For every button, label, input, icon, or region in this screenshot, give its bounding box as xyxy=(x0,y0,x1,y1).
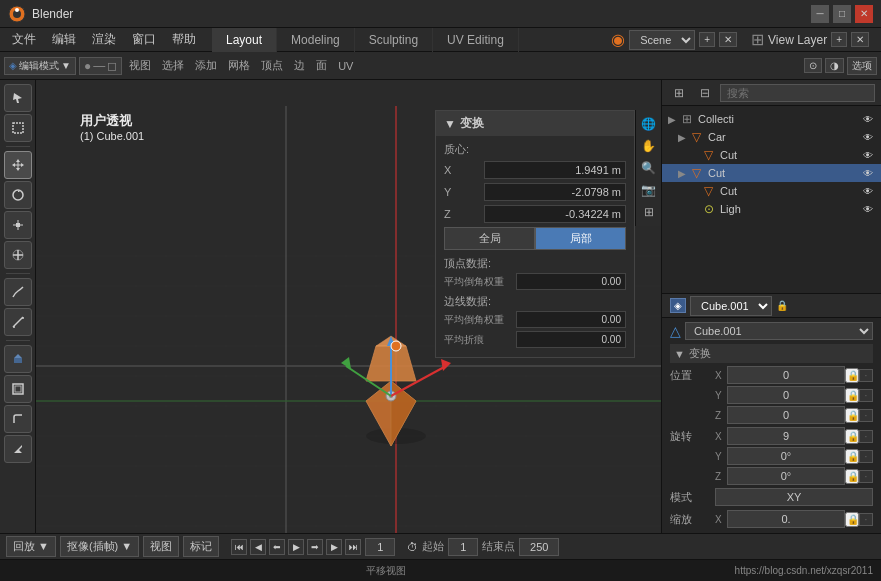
light-vis-eye[interactable]: 👁 xyxy=(861,202,875,216)
box-select-btn[interactable] xyxy=(4,114,32,142)
scale-x-dot[interactable]: · xyxy=(859,513,873,526)
z-value[interactable]: -0.34224 m xyxy=(484,205,626,223)
camera-view-btn[interactable]: 📷 xyxy=(639,180,659,200)
close-button[interactable]: ✕ xyxy=(855,5,873,23)
scene-add-btn[interactable]: + xyxy=(699,32,715,47)
prop-lock-btn[interactable]: 🔒 xyxy=(776,300,788,311)
play-pause-btn[interactable]: ▶ xyxy=(288,539,304,555)
rotate-tool-btn[interactable] xyxy=(4,181,32,209)
view-menu-btn[interactable]: 视图 xyxy=(125,56,155,75)
window-controls[interactable]: ─ □ ✕ xyxy=(811,5,873,23)
add-menu-btn[interactable]: 添加 xyxy=(191,56,221,75)
rot-y-lock[interactable]: 🔒 xyxy=(845,449,859,464)
cut3-vis-eye[interactable]: 👁 xyxy=(861,184,875,198)
mesh-menu-btn[interactable]: 网格 xyxy=(224,56,254,75)
pos-x-field[interactable] xyxy=(727,366,845,384)
minimize-button[interactable]: ─ xyxy=(811,5,829,23)
menu-render[interactable]: 渲染 xyxy=(84,29,124,50)
bevel-btn[interactable] xyxy=(4,405,32,433)
marker-btn[interactable]: 标记 xyxy=(183,536,219,557)
edge-menu-btn[interactable]: 边 xyxy=(290,56,309,75)
select-tool-btn[interactable] xyxy=(4,84,32,112)
pos-z-dot[interactable]: · xyxy=(859,409,873,422)
pan-btn[interactable]: ✋ xyxy=(639,136,659,156)
uv-menu-btn[interactable]: UV xyxy=(334,58,357,74)
y-value[interactable]: -2.0798 m xyxy=(484,183,626,201)
menu-help[interactable]: 帮助 xyxy=(164,29,204,50)
list-item[interactable]: ▶ ⊙ Ligh 👁 xyxy=(662,200,881,218)
inset-btn[interactable] xyxy=(4,375,32,403)
pos-x-lock[interactable]: 🔒 xyxy=(845,368,859,383)
list-item[interactable]: ▶ ⊞ Collecti 👁 xyxy=(662,110,881,128)
measure-btn[interactable] xyxy=(4,308,32,336)
view-layer-add-btn[interactable]: + xyxy=(831,32,847,47)
playback-btn[interactable]: 回放 ▼ xyxy=(6,536,56,557)
menu-file[interactable]: 文件 xyxy=(4,29,44,50)
rot-z-dot[interactable]: · xyxy=(859,470,873,483)
move-tool-btn[interactable] xyxy=(4,151,32,179)
global-btn[interactable]: 全局 xyxy=(444,227,535,250)
viewport-shading-btn[interactable]: ◑ xyxy=(825,58,844,73)
x-value[interactable]: 1.9491 m xyxy=(484,161,626,179)
pos-x-dot[interactable]: · xyxy=(859,369,873,382)
transform-panel-header[interactable]: ▼ 变换 xyxy=(436,111,634,136)
rot-z-field[interactable] xyxy=(727,467,845,485)
rot-x-lock[interactable]: 🔒 xyxy=(845,429,859,444)
view-btn[interactable]: 视图 xyxy=(143,536,179,557)
tab-uv-editing[interactable]: UV Editing xyxy=(433,28,519,52)
rot-y-dot[interactable]: · xyxy=(859,450,873,463)
list-item[interactable]: ▶ ▽ Cut 👁 xyxy=(662,182,881,200)
view-layer-remove-btn[interactable]: ✕ xyxy=(851,32,869,47)
prev-key-btn[interactable]: ⬅ xyxy=(269,539,285,555)
list-item[interactable]: ▶ ▽ Cut 👁 xyxy=(662,164,881,182)
rot-z-lock[interactable]: 🔒 xyxy=(845,469,859,484)
proxy-btn[interactable]: 抠像(插帧) ▼ xyxy=(60,536,139,557)
avg-bevel-value[interactable]: 0.00 xyxy=(516,273,626,290)
mode-btn[interactable]: ◈ 编辑模式 ▼ xyxy=(4,57,76,75)
object-name-select[interactable]: Cube.001 xyxy=(690,296,772,316)
mesh-name-select[interactable]: Cube.001 xyxy=(685,322,873,340)
tab-modeling[interactable]: Modeling xyxy=(277,28,355,52)
collection-vis-eye[interactable]: 👁 xyxy=(861,112,875,126)
grid-btn[interactable]: ⊞ xyxy=(639,202,659,222)
outliner-icon-btn[interactable]: ⊞ xyxy=(668,82,690,104)
start-frame-input[interactable] xyxy=(448,538,478,556)
edge-bevel-value[interactable]: 0.00 xyxy=(516,311,626,328)
rot-x-dot[interactable]: · xyxy=(859,430,873,443)
orbit-btn[interactable]: 🌐 xyxy=(639,114,659,134)
pos-y-field[interactable] xyxy=(727,386,845,404)
extrude-btn[interactable] xyxy=(4,345,32,373)
scene-dropdown[interactable]: Scene xyxy=(629,30,695,50)
prop-object-btn[interactable]: ◈ xyxy=(670,298,686,313)
pos-y-lock[interactable]: 🔒 xyxy=(845,388,859,403)
zoom-btn[interactable]: 🔍 xyxy=(639,158,659,178)
rot-y-field[interactable] xyxy=(727,447,845,465)
annotate-btn[interactable] xyxy=(4,278,32,306)
jump-end-btn[interactable]: ⏭ xyxy=(345,539,361,555)
vertex-menu-btn[interactable]: 顶点 xyxy=(257,56,287,75)
options-btn[interactable]: 选项 xyxy=(847,57,877,75)
local-btn[interactable]: 局部 xyxy=(535,227,626,250)
rot-x-field[interactable] xyxy=(727,427,845,445)
menu-window[interactable]: 窗口 xyxy=(124,29,164,50)
edge-crease-value[interactable]: 0.00 xyxy=(516,331,626,348)
scale-x-lock[interactable]: 🔒 xyxy=(845,512,859,527)
end-frame-input[interactable] xyxy=(519,538,559,556)
scale-tool-btn[interactable] xyxy=(4,211,32,239)
list-item[interactable]: ▶ ▽ Car 👁 xyxy=(662,128,881,146)
tab-sculpting[interactable]: Sculpting xyxy=(355,28,433,52)
outliner-search[interactable] xyxy=(720,84,875,102)
list-item[interactable]: ▶ ▽ Cut 👁 xyxy=(662,146,881,164)
pos-y-dot[interactable]: · xyxy=(859,389,873,402)
pos-z-lock[interactable]: 🔒 xyxy=(845,408,859,423)
mode-field-btn[interactable]: XY xyxy=(715,488,873,506)
cut2-vis-eye[interactable]: 👁 xyxy=(861,166,875,180)
tab-layout[interactable]: Layout xyxy=(212,28,277,52)
car-vis-eye[interactable]: 👁 xyxy=(861,130,875,144)
scale-x-field[interactable] xyxy=(727,510,845,528)
pos-z-field[interactable] xyxy=(727,406,845,424)
prev-frame-btn[interactable]: ◀ xyxy=(250,539,266,555)
maximize-button[interactable]: □ xyxy=(833,5,851,23)
knife-btn[interactable] xyxy=(4,435,32,463)
current-frame-input[interactable] xyxy=(365,538,395,556)
